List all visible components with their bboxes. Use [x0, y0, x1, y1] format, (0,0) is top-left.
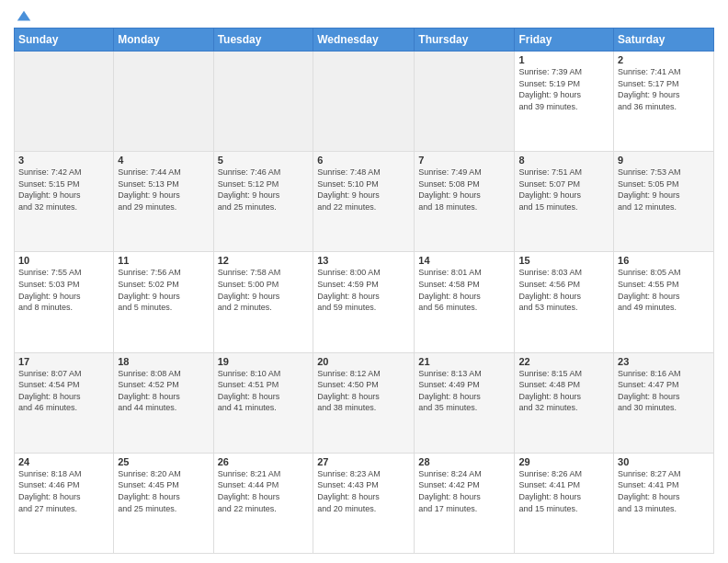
day-info: Sunrise: 7:51 AM Sunset: 5:07 PM Dayligh… — [518, 167, 609, 213]
day-number: 30 — [618, 456, 710, 467]
day-cell — [114, 52, 213, 152]
day-info: Sunrise: 8:23 AM Sunset: 4:43 PM Dayligh… — [317, 468, 410, 514]
day-cell: 17Sunrise: 8:07 AM Sunset: 4:54 PM Dayli… — [15, 352, 114, 453]
week-row-1: 1Sunrise: 7:39 AM Sunset: 5:19 PM Daylig… — [15, 52, 714, 152]
logo-icon — [16, 9, 32, 26]
col-header-sunday: Sunday — [15, 29, 114, 52]
day-info: Sunrise: 8:08 AM Sunset: 4:52 PM Dayligh… — [118, 368, 209, 414]
col-header-tuesday: Tuesday — [213, 29, 313, 52]
day-cell: 21Sunrise: 8:13 AM Sunset: 4:49 PM Dayli… — [415, 352, 515, 453]
day-number: 24 — [18, 456, 109, 467]
day-number: 9 — [618, 155, 710, 166]
day-info: Sunrise: 8:00 AM Sunset: 4:59 PM Dayligh… — [317, 267, 410, 313]
day-info: Sunrise: 8:26 AM Sunset: 4:41 PM Dayligh… — [518, 468, 609, 514]
day-cell: 22Sunrise: 8:15 AM Sunset: 4:48 PM Dayli… — [515, 352, 614, 453]
day-info: Sunrise: 7:55 AM Sunset: 5:03 PM Dayligh… — [18, 267, 109, 313]
day-info: Sunrise: 7:46 AM Sunset: 5:12 PM Dayligh… — [218, 167, 310, 213]
day-cell: 8Sunrise: 7:51 AM Sunset: 5:07 PM Daylig… — [515, 152, 614, 252]
day-info: Sunrise: 8:07 AM Sunset: 4:54 PM Dayligh… — [18, 368, 109, 414]
day-info: Sunrise: 8:13 AM Sunset: 4:49 PM Dayligh… — [418, 368, 510, 414]
week-row-2: 3Sunrise: 7:42 AM Sunset: 5:15 PM Daylig… — [15, 152, 714, 252]
day-info: Sunrise: 8:10 AM Sunset: 4:51 PM Dayligh… — [218, 368, 310, 414]
day-number: 22 — [518, 356, 609, 367]
day-cell: 28Sunrise: 8:24 AM Sunset: 4:42 PM Dayli… — [415, 453, 515, 553]
day-number: 15 — [518, 255, 609, 266]
day-cell: 15Sunrise: 8:03 AM Sunset: 4:56 PM Dayli… — [515, 252, 614, 352]
day-number: 8 — [518, 155, 609, 166]
day-info: Sunrise: 7:39 AM Sunset: 5:19 PM Dayligh… — [518, 66, 609, 112]
day-cell: 7Sunrise: 7:49 AM Sunset: 5:08 PM Daylig… — [415, 152, 515, 252]
day-number: 7 — [418, 155, 510, 166]
day-info: Sunrise: 7:56 AM Sunset: 5:02 PM Dayligh… — [118, 267, 209, 313]
col-header-wednesday: Wednesday — [313, 29, 415, 52]
day-info: Sunrise: 8:05 AM Sunset: 4:55 PM Dayligh… — [618, 267, 710, 313]
day-info: Sunrise: 7:41 AM Sunset: 5:17 PM Dayligh… — [618, 66, 710, 112]
day-info: Sunrise: 8:12 AM Sunset: 4:50 PM Dayligh… — [317, 368, 410, 414]
calendar-page: SundayMondayTuesdayWednesdayThursdayFrid… — [0, 0, 728, 563]
day-info: Sunrise: 8:24 AM Sunset: 4:42 PM Dayligh… — [418, 468, 510, 514]
day-number: 23 — [618, 356, 710, 367]
day-number: 26 — [218, 456, 310, 467]
day-cell: 24Sunrise: 8:18 AM Sunset: 4:46 PM Dayli… — [15, 453, 114, 553]
day-info: Sunrise: 8:16 AM Sunset: 4:47 PM Dayligh… — [618, 368, 710, 414]
day-number: 10 — [18, 255, 109, 266]
day-number: 28 — [418, 456, 510, 467]
day-info: Sunrise: 8:15 AM Sunset: 4:48 PM Dayligh… — [518, 368, 609, 414]
day-cell: 9Sunrise: 7:53 AM Sunset: 5:05 PM Daylig… — [614, 152, 714, 252]
col-header-thursday: Thursday — [415, 29, 515, 52]
day-cell: 11Sunrise: 7:56 AM Sunset: 5:02 PM Dayli… — [114, 252, 213, 352]
day-number: 21 — [418, 356, 510, 367]
day-cell: 26Sunrise: 8:21 AM Sunset: 4:44 PM Dayli… — [213, 453, 313, 553]
day-number: 11 — [118, 255, 209, 266]
day-info: Sunrise: 7:49 AM Sunset: 5:08 PM Dayligh… — [418, 167, 510, 213]
day-number: 14 — [418, 255, 510, 266]
day-cell: 6Sunrise: 7:48 AM Sunset: 5:10 PM Daylig… — [313, 152, 415, 252]
day-number: 5 — [218, 155, 310, 166]
day-cell: 23Sunrise: 8:16 AM Sunset: 4:47 PM Dayli… — [614, 352, 714, 453]
day-cell: 18Sunrise: 8:08 AM Sunset: 4:52 PM Dayli… — [114, 352, 213, 453]
day-number: 13 — [317, 255, 410, 266]
day-cell: 4Sunrise: 7:44 AM Sunset: 5:13 PM Daylig… — [114, 152, 213, 252]
day-info: Sunrise: 7:48 AM Sunset: 5:10 PM Dayligh… — [317, 167, 410, 213]
day-number: 2 — [618, 54, 710, 65]
day-cell: 3Sunrise: 7:42 AM Sunset: 5:15 PM Daylig… — [15, 152, 114, 252]
day-cell — [415, 52, 515, 152]
day-number: 20 — [317, 356, 410, 367]
day-info: Sunrise: 8:20 AM Sunset: 4:45 PM Dayligh… — [118, 468, 209, 514]
day-info: Sunrise: 8:27 AM Sunset: 4:41 PM Dayligh… — [618, 468, 710, 514]
day-cell: 1Sunrise: 7:39 AM Sunset: 5:19 PM Daylig… — [515, 52, 614, 152]
day-number: 27 — [317, 456, 410, 467]
week-row-5: 24Sunrise: 8:18 AM Sunset: 4:46 PM Dayli… — [15, 453, 714, 553]
day-number: 17 — [18, 356, 109, 367]
col-header-monday: Monday — [114, 29, 213, 52]
day-cell: 29Sunrise: 8:26 AM Sunset: 4:41 PM Dayli… — [515, 453, 614, 553]
day-info: Sunrise: 7:53 AM Sunset: 5:05 PM Dayligh… — [618, 167, 710, 213]
day-number: 18 — [118, 356, 209, 367]
week-row-3: 10Sunrise: 7:55 AM Sunset: 5:03 PM Dayli… — [15, 252, 714, 352]
col-header-friday: Friday — [515, 29, 614, 52]
day-info: Sunrise: 7:58 AM Sunset: 5:00 PM Dayligh… — [218, 267, 310, 313]
day-cell: 16Sunrise: 8:05 AM Sunset: 4:55 PM Dayli… — [614, 252, 714, 352]
day-number: 4 — [118, 155, 209, 166]
day-cell: 5Sunrise: 7:46 AM Sunset: 5:12 PM Daylig… — [213, 152, 313, 252]
day-number: 6 — [317, 155, 410, 166]
day-cell: 13Sunrise: 8:00 AM Sunset: 4:59 PM Dayli… — [313, 252, 415, 352]
day-info: Sunrise: 8:18 AM Sunset: 4:46 PM Dayligh… — [18, 468, 109, 514]
week-row-4: 17Sunrise: 8:07 AM Sunset: 4:54 PM Dayli… — [15, 352, 714, 453]
day-cell: 19Sunrise: 8:10 AM Sunset: 4:51 PM Dayli… — [213, 352, 313, 453]
day-cell: 12Sunrise: 7:58 AM Sunset: 5:00 PM Dayli… — [213, 252, 313, 352]
day-info: Sunrise: 8:03 AM Sunset: 4:56 PM Dayligh… — [518, 267, 609, 313]
day-cell — [213, 52, 313, 152]
day-number: 12 — [218, 255, 310, 266]
day-info: Sunrise: 7:44 AM Sunset: 5:13 PM Dayligh… — [118, 167, 209, 213]
svg-marker-0 — [17, 11, 30, 21]
day-cell: 14Sunrise: 8:01 AM Sunset: 4:58 PM Dayli… — [415, 252, 515, 352]
day-cell — [15, 52, 114, 152]
day-number: 16 — [618, 255, 710, 266]
day-cell — [313, 52, 415, 152]
day-number: 25 — [118, 456, 209, 467]
day-cell: 27Sunrise: 8:23 AM Sunset: 4:43 PM Dayli… — [313, 453, 415, 553]
day-number: 1 — [518, 54, 609, 65]
day-number: 29 — [518, 456, 609, 467]
day-info: Sunrise: 8:01 AM Sunset: 4:58 PM Dayligh… — [418, 267, 510, 313]
